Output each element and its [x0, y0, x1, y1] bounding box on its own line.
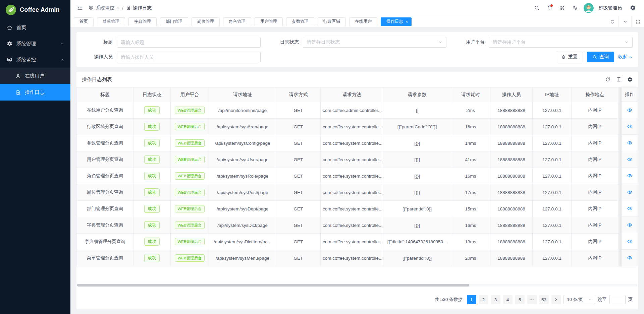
query-button[interactable]: 查询: [587, 52, 614, 62]
sidebar-item-system-management[interactable]: 系统管理: [0, 36, 70, 52]
close-icon[interactable]: ×: [406, 19, 408, 24]
platform-field-label: 用户平台: [454, 39, 489, 45]
username[interactable]: 超级管理员: [598, 5, 622, 11]
reset-button-label: 重置: [568, 54, 578, 60]
platform-select[interactable]: 请选择用户平台: [489, 37, 633, 48]
table-row: 在线用户分页查询成功WEB管理后台/api/monitor/online/pag…: [77, 102, 619, 119]
fullscreen-button[interactable]: [557, 3, 568, 13]
tab-岗位管理[interactable]: 岗位管理: [192, 17, 220, 26]
table-row: 字典管理分页查询成功WEB管理后台/api/system/sysDict/pag…: [77, 217, 619, 234]
cell-method: GET: [276, 102, 321, 119]
status-tag: 成功: [144, 221, 160, 230]
tab-首页[interactable]: 首页: [74, 17, 94, 26]
page-size-value: 10 条/页: [567, 297, 586, 303]
tab-用户管理[interactable]: 用户管理: [255, 17, 283, 26]
eye-icon: [627, 156, 633, 162]
page-button-53[interactable]: 53: [539, 295, 549, 304]
sidebar-item-label: 操作日志: [25, 89, 44, 96]
view-detail-button[interactable]: [622, 217, 638, 233]
tab-参数管理[interactable]: 参数管理: [286, 17, 314, 26]
view-detail-button[interactable]: [622, 151, 638, 168]
table-row: 字典项管理分页查询成功WEB管理后台/api/system/sysDictIte…: [77, 234, 619, 250]
view-detail-button[interactable]: [622, 250, 638, 266]
app-logo[interactable]: Coffee Admin: [0, 0, 70, 19]
tab-角色管理[interactable]: 角色管理: [223, 17, 251, 26]
tab-label: 参数管理: [292, 19, 309, 24]
chevron-right-icon: [554, 298, 558, 302]
vertical-scrollbar[interactable]: [618, 87, 622, 266]
gear-icon: [630, 5, 636, 11]
tab-部门管理[interactable]: 部门管理: [160, 17, 188, 26]
page-button-3[interactable]: 3: [491, 295, 500, 304]
tab-菜单管理[interactable]: 菜单管理: [97, 17, 125, 26]
cell-ip: 127.0.0.1: [533, 151, 572, 168]
view-detail-button[interactable]: [622, 135, 638, 151]
log-table-scroll-area: 标题日志状态用户平台请求地址请求方式请求方法请求参数请求耗时操作人员IP地址操作…: [76, 87, 618, 266]
cell-title: 字典管理分页查询: [77, 217, 133, 234]
horizontal-scrollbar[interactable]: [77, 284, 469, 287]
cell-method: GET: [276, 135, 321, 151]
refresh-icon[interactable]: [605, 77, 610, 82]
next-page-button[interactable]: [551, 295, 561, 304]
tab-options-button[interactable]: [619, 16, 631, 27]
view-detail-button[interactable]: [622, 233, 638, 250]
page-button-4[interactable]: 4: [503, 295, 513, 304]
column-header: 标题: [77, 87, 133, 102]
sidebar-item-operation-log[interactable]: 操作日志: [0, 84, 70, 101]
sidebar-item-home[interactable]: 首页: [0, 19, 70, 36]
breadcrumb-parent[interactable]: 系统监控: [89, 5, 120, 11]
cell-method: GET: [276, 234, 321, 250]
cell-params: [{}]: [383, 184, 451, 201]
platform-tag: WEB管理后台: [175, 189, 204, 196]
operator-input[interactable]: [117, 52, 261, 62]
table-row: 岗位管理分页查询成功WEB管理后台/api/system/sysPost/pag…: [77, 184, 619, 201]
title-input[interactable]: [117, 37, 261, 48]
jump-suffix-label: 页: [628, 297, 633, 303]
cell-location: 内网IP: [572, 234, 619, 250]
reset-button[interactable]: 重置: [556, 52, 583, 62]
tab-在线用户[interactable]: 在线用户: [349, 17, 377, 26]
page-size-select[interactable]: 10 条/页: [564, 295, 595, 304]
view-detail-button[interactable]: [622, 168, 638, 184]
cell-status: 成功: [133, 250, 171, 266]
table-header-row: 标题日志状态用户平台请求地址请求方式请求方法请求参数请求耗时操作人员IP地址操作…: [77, 87, 619, 102]
platform-tag: WEB管理后台: [175, 238, 204, 246]
view-detail-button[interactable]: [622, 102, 638, 118]
sidebar-item-system-monitor[interactable]: 系统监控: [0, 52, 70, 68]
tab-操作日志[interactable]: 操作日志×: [381, 17, 412, 26]
tab-行政区域[interactable]: 行政区域: [318, 17, 346, 26]
cell-status: 成功: [133, 217, 171, 234]
row-density-icon[interactable]: [616, 77, 622, 82]
page-button-2[interactable]: 2: [479, 295, 488, 304]
settings-button[interactable]: [627, 3, 638, 13]
view-detail-button[interactable]: [622, 200, 638, 217]
platform-tag: WEB管理后台: [175, 107, 204, 114]
page-button-1[interactable]: 1: [467, 295, 476, 304]
table-row: 菜单管理分页查询成功WEB管理后台/api/system/sysMenu/pag…: [77, 250, 619, 266]
cell-platform: WEB管理后台: [171, 151, 209, 168]
sidebar-collapse-button[interactable]: [75, 3, 85, 13]
view-detail-button[interactable]: [622, 184, 638, 200]
page-button-5[interactable]: 5: [515, 295, 525, 304]
search-button[interactable]: [531, 3, 542, 13]
language-button[interactable]: [570, 3, 580, 13]
jump-page-input[interactable]: [609, 295, 626, 304]
column-header: IP地址: [533, 87, 572, 102]
notifications-button[interactable]: [544, 3, 555, 13]
column-header: 日志状态: [133, 87, 171, 102]
cell-operator: 18888888888: [490, 201, 533, 217]
collapse-filters-link[interactable]: 收起: [618, 54, 633, 60]
status-tag: 成功: [144, 188, 160, 197]
tab-字典管理[interactable]: 字典管理: [128, 17, 157, 26]
cell-operator: 18888888888: [490, 119, 533, 135]
column-settings-icon[interactable]: [627, 77, 633, 82]
sidebar-item-online-users[interactable]: 在线用户: [0, 68, 70, 84]
log-status-select[interactable]: 请选择日志状态: [303, 37, 447, 48]
status-tag: 成功: [144, 106, 160, 115]
content-fullscreen-button[interactable]: [631, 16, 644, 27]
eye-icon: [627, 239, 633, 244]
sidebar-item-label: 系统管理: [16, 41, 56, 47]
refresh-page-button[interactable]: [606, 16, 619, 27]
view-detail-button[interactable]: [622, 118, 638, 135]
avatar[interactable]: [584, 3, 594, 13]
